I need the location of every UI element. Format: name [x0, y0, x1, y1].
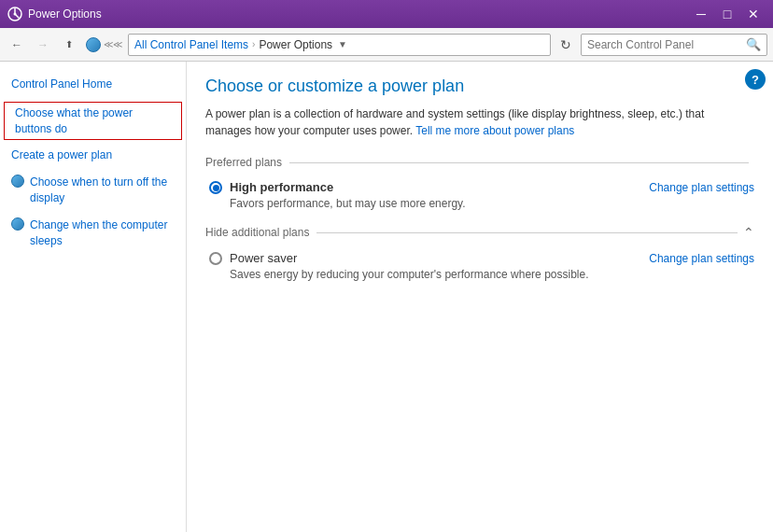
sidebar-item-create-plan[interactable]: Create a power plan [0, 144, 186, 167]
address-path: All Control Panel Items › Power Options … [128, 34, 551, 56]
path-control-panel[interactable]: All Control Panel Items [134, 38, 248, 51]
search-icon[interactable]: 🔍 [746, 37, 761, 51]
main-container: Control Panel Home Choose what the power… [0, 62, 773, 532]
preferred-plans-line [289, 162, 749, 163]
search-input[interactable] [587, 38, 746, 51]
search-box[interactable]: 🔍 [581, 34, 767, 56]
high-performance-change-link[interactable]: Change plan settings [649, 180, 754, 194]
chevron-up-icon[interactable]: ⌃ [743, 225, 754, 240]
maximize-button[interactable]: □ [715, 5, 739, 23]
hide-additional-line [316, 232, 738, 233]
high-performance-name-row: High performance [209, 180, 649, 194]
sidebar-item-power-buttons[interactable]: Choose what the power buttons do [4, 102, 182, 141]
high-performance-radio[interactable] [209, 181, 222, 194]
window-controls: ─ □ ✕ [689, 5, 766, 23]
sidebar: Control Panel Home Choose what the power… [0, 62, 187, 532]
preferred-plans-label: Preferred plans [205, 156, 282, 169]
power-saver-name: Power saver [230, 251, 297, 265]
preferred-plans-header: Preferred plans [205, 156, 754, 169]
high-performance-plan-row: High performance Favors performance, but… [205, 180, 754, 210]
power-saver-plan-row: Power saver Saves energy by reducing you… [205, 251, 754, 281]
power-saver-desc: Saves energy by reducing your computer's… [209, 268, 649, 281]
forward-button[interactable]: → [32, 34, 54, 56]
high-performance-plan-info: High performance Favors performance, but… [209, 180, 649, 210]
refresh-button[interactable]: ↻ [555, 34, 577, 56]
help-button[interactable]: ? [745, 69, 766, 90]
content-description: A power plan is a collection of hardware… [205, 105, 747, 139]
hide-additional-plans-header: Hide additional plans ⌃ [205, 225, 754, 240]
power-saver-radio[interactable] [209, 252, 222, 265]
globe-icon-display [11, 175, 24, 188]
window-icon [7, 7, 22, 21]
path-current: Power Options [259, 38, 332, 51]
sidebar-item-display[interactable]: Choose when to turn off the display [0, 171, 186, 210]
power-saver-name-row: Power saver [209, 251, 649, 265]
sidebar-home[interactable]: Control Panel Home [0, 73, 186, 96]
high-performance-name: High performance [230, 180, 333, 194]
path-dropdown[interactable]: ▼ [338, 39, 347, 49]
power-saver-plan-info: Power saver Saves energy by reducing you… [209, 251, 649, 281]
up-button[interactable]: ⬆ [58, 34, 80, 56]
window-title: Power Options [28, 7, 689, 21]
learn-more-link[interactable]: Tell me more about power plans [415, 124, 574, 137]
path-separator-1: › [252, 39, 255, 49]
svg-point-1 [14, 13, 17, 16]
power-saver-change-link[interactable]: Change plan settings [649, 251, 754, 265]
title-bar: Power Options ─ □ ✕ [0, 0, 773, 28]
content-area: ? Choose or customize a power plan A pow… [187, 62, 773, 532]
back-button[interactable]: ← [6, 34, 28, 56]
high-performance-desc: Favors performance, but may use more ene… [209, 197, 649, 210]
address-bar: ← → ⬆ ≪≪ All Control Panel Items › Power… [0, 28, 773, 62]
close-button[interactable]: ✕ [741, 5, 766, 23]
minimize-button[interactable]: ─ [689, 5, 713, 23]
globe-icon-sleep [11, 217, 24, 231]
content-title: Choose or customize a power plan [205, 77, 754, 96]
hide-additional-label: Hide additional plans [205, 226, 309, 239]
sidebar-item-sleep[interactable]: Change when the computer sleeps [0, 214, 186, 253]
